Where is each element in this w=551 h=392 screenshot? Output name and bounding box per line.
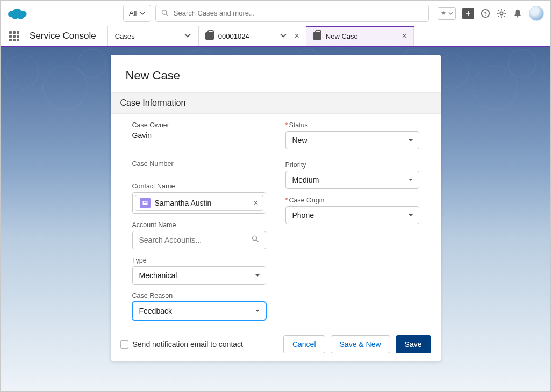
- global-search-input[interactable]: [174, 9, 423, 17]
- field-case-number: Case Number: [132, 160, 266, 170]
- chevron-down-icon: [408, 136, 413, 144]
- cancel-button[interactable]: Cancel: [283, 335, 325, 353]
- account-search-input[interactable]: [139, 236, 247, 244]
- tab-label: 00001024: [218, 32, 249, 40]
- case-icon: [313, 32, 321, 40]
- priority-value: Medium: [292, 176, 319, 184]
- favorites-button[interactable]: ★: [438, 7, 456, 20]
- star-icon: ★: [441, 10, 446, 17]
- priority-select[interactable]: Medium: [285, 171, 419, 189]
- search-scope-label: All: [129, 9, 137, 17]
- page-background: New Case Case Information Case Owner Gav…: [1, 47, 550, 391]
- help-button[interactable]: ?: [481, 9, 490, 18]
- chevron-down-icon: [448, 10, 453, 17]
- tab-label: New Case: [326, 32, 358, 40]
- field-label: Priority: [285, 161, 419, 169]
- setup-button[interactable]: [497, 9, 506, 18]
- section-header: Case Information: [111, 92, 441, 114]
- global-header: All ★ + ?: [1, 1, 550, 26]
- salesforce-logo[interactable]: [7, 6, 28, 21]
- app-launcher[interactable]: [1, 26, 27, 46]
- user-avatar[interactable]: [529, 6, 544, 21]
- workspace-tab-new-case[interactable]: New Case ×: [306, 26, 414, 46]
- field-label: *Case Origin: [285, 197, 419, 204]
- search-icon: [252, 235, 259, 245]
- field-status: *Status New: [285, 121, 419, 149]
- svg-point-5: [162, 10, 167, 15]
- plus-icon: +: [466, 9, 470, 18]
- svg-line-6: [167, 14, 169, 17]
- close-tab-button[interactable]: ×: [402, 31, 406, 41]
- gear-icon: [497, 9, 506, 18]
- field-case-origin: *Case Origin Phone: [285, 197, 419, 224]
- field-contact-name: Contact Name Samantha Austin ×: [132, 183, 266, 214]
- chevron-down-icon: [140, 11, 145, 16]
- field-label: Account Name: [132, 221, 266, 229]
- status-select[interactable]: New: [285, 131, 419, 149]
- svg-text:?: ?: [484, 10, 487, 16]
- svg-point-23: [252, 236, 256, 240]
- field-label: *Status: [285, 121, 419, 129]
- chevron-down-icon: [255, 271, 260, 280]
- global-actions-button[interactable]: +: [462, 8, 474, 19]
- search-scope-dropdown[interactable]: All: [123, 5, 151, 22]
- chevron-down-icon: [184, 32, 191, 40]
- field-account-name: Account Name: [132, 221, 266, 249]
- object-tab-label: Cases: [115, 32, 135, 40]
- svg-rect-22: [145, 202, 147, 203]
- notifications-button[interactable]: [513, 9, 523, 18]
- waffle-icon: [9, 31, 19, 41]
- workspace-tab-00001024[interactable]: 00001024 ×: [199, 26, 306, 46]
- send-notification-checkbox[interactable]: Send notification email to contact: [120, 340, 243, 349]
- close-tab-button[interactable]: ×: [294, 31, 299, 41]
- case-origin-value: Phone: [292, 211, 314, 220]
- field-label: Case Reason: [132, 292, 266, 300]
- type-value: Mechanical: [139, 271, 177, 280]
- console-navigation: Service Console Cases 00001024 × New Cas…: [1, 26, 550, 46]
- global-search[interactable]: [155, 5, 429, 22]
- svg-line-15: [504, 16, 505, 17]
- svg-point-4: [17, 14, 24, 19]
- chevron-down-icon: [255, 307, 260, 315]
- field-case-owner: Case Owner Gavin: [132, 121, 266, 140]
- chevron-down-icon: [408, 211, 413, 220]
- save-and-new-button[interactable]: Save & New: [331, 335, 390, 353]
- modal-footer: Send notification email to contact Cance…: [111, 328, 441, 353]
- case-owner-value: Gavin: [132, 131, 266, 140]
- svg-line-24: [256, 240, 259, 242]
- field-type: Type Mechanical: [132, 257, 266, 285]
- remove-contact-button[interactable]: ×: [253, 198, 258, 208]
- chevron-down-icon[interactable]: [280, 32, 287, 40]
- case-origin-select[interactable]: Phone: [285, 206, 419, 224]
- checkbox-icon: [120, 340, 128, 349]
- svg-rect-21: [145, 202, 147, 202]
- checkbox-label: Send notification email to contact: [133, 340, 243, 349]
- svg-rect-20: [144, 202, 145, 203]
- svg-point-18: [517, 16, 519, 17]
- new-case-modal: New Case Case Information Case Owner Gav…: [111, 55, 441, 361]
- search-icon: [161, 9, 169, 17]
- case-reason-value: Feedback: [139, 307, 172, 315]
- object-tab-cases[interactable]: Cases: [108, 26, 199, 46]
- contact-icon: [140, 198, 151, 208]
- field-label: Contact Name: [132, 183, 266, 190]
- save-button[interactable]: Save: [396, 335, 431, 353]
- contact-name-lookup[interactable]: Samantha Austin ×: [132, 192, 266, 214]
- field-case-reason: Case Reason Feedback: [132, 292, 266, 320]
- svg-line-16: [498, 16, 499, 17]
- app-name: Service Console: [27, 26, 108, 46]
- case-reason-select[interactable]: Feedback: [132, 302, 266, 320]
- contact-name-value: Samantha Austin: [155, 199, 212, 207]
- field-priority: Priority Medium: [285, 161, 419, 189]
- modal-title: New Case: [111, 55, 441, 92]
- field-label: Case Number: [132, 160, 266, 168]
- type-select[interactable]: Mechanical: [132, 266, 266, 285]
- account-name-lookup[interactable]: [132, 231, 266, 249]
- status-value: New: [292, 136, 307, 144]
- svg-point-9: [500, 12, 503, 14]
- chevron-down-icon: [408, 176, 413, 184]
- svg-line-14: [498, 10, 499, 11]
- help-icon: ?: [481, 9, 490, 18]
- field-label: Type: [132, 257, 266, 264]
- field-label: Case Owner: [132, 121, 266, 129]
